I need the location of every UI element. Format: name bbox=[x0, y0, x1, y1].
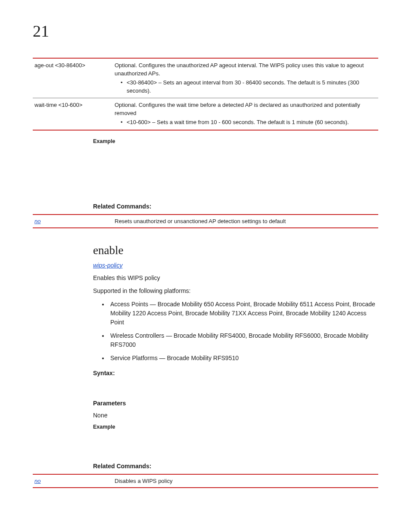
example-heading: Example bbox=[93, 138, 378, 144]
param-desc-cell: Optional. Configures the wait time befor… bbox=[113, 98, 378, 130]
parameters-heading: Parameters bbox=[93, 400, 378, 407]
table-row: wait-time <10-600> Optional. Configures … bbox=[33, 98, 378, 130]
supported-text: Supported in the following platforms: bbox=[93, 286, 378, 295]
related-cmd-link[interactable]: no bbox=[34, 478, 40, 484]
param-name: age-out <30-86400> bbox=[33, 58, 113, 98]
param-desc: Optional. Configures the wait time befor… bbox=[115, 102, 360, 116]
platforms-list: Access Points — Brocade Mobility 650 Acc… bbox=[109, 300, 378, 363]
param-name: wait-time <10-600> bbox=[33, 98, 113, 130]
parameter-table: age-out <30-86400> Optional. Configures … bbox=[33, 58, 378, 131]
related-cmd-link[interactable]: no bbox=[34, 218, 40, 224]
related-commands-heading: Related Commands: bbox=[93, 463, 378, 470]
enable-intro: Enables this WIPS policy bbox=[93, 274, 378, 282]
parameters-none: None bbox=[93, 411, 378, 420]
param-bullet: <10-600> – Sets a wait time from 10 - 60… bbox=[115, 118, 374, 127]
related-commands-heading: Related Commands: bbox=[93, 203, 378, 210]
table-row: no Resets unauthorized or unsanctioned A… bbox=[33, 215, 378, 228]
param-desc: Optional. Configures the unauthorized AP… bbox=[115, 62, 364, 77]
related-commands-table: no Disables a WIPS policy bbox=[33, 474, 378, 488]
param-desc-cell: Optional. Configures the unauthorized AP… bbox=[113, 58, 378, 98]
table-row: no Disables a WIPS policy bbox=[33, 474, 378, 488]
related-cmd-desc: Disables a WIPS policy bbox=[113, 474, 378, 488]
example-heading: Example bbox=[93, 424, 378, 430]
enable-section-title: enable bbox=[93, 244, 378, 257]
list-item: Access Points — Brocade Mobility 650 Acc… bbox=[109, 300, 378, 327]
related-cmd-cell: no bbox=[33, 474, 113, 488]
related-cmd-cell: no bbox=[33, 215, 113, 228]
related-cmd-desc: Resets unauthorized or unsanctioned AP d… bbox=[113, 215, 378, 228]
list-item: Service Platforms — Brocade Mobility RFS… bbox=[109, 354, 378, 363]
related-commands-table: no Resets unauthorized or unsanctioned A… bbox=[33, 214, 378, 228]
list-item: Wireless Controllers — Brocade Mobility … bbox=[109, 331, 378, 349]
param-bullet: <30-86400> – Sets an ageout interval fro… bbox=[115, 79, 374, 95]
syntax-heading: Syntax: bbox=[93, 370, 378, 376]
wips-policy-link[interactable]: wips-policy bbox=[93, 262, 122, 269]
chapter-number: 21 bbox=[33, 22, 378, 40]
table-row: age-out <30-86400> Optional. Configures … bbox=[33, 58, 378, 98]
